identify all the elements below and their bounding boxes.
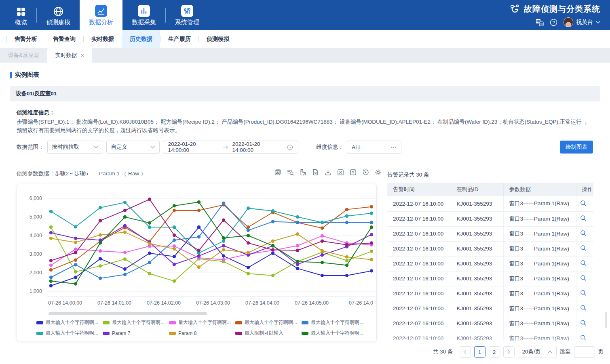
legend-item-3[interactable]: 最大输入十个字符啊啊... xyxy=(169,319,235,326)
svg-text:07-26 14:02:00: 07-26 14:02:00 xyxy=(147,300,181,306)
alarm-table: 告警时间在制品ID参数数据操作 2022-12-07 16:10:00KJ001… xyxy=(387,183,593,344)
subnav-item-1[interactable]: 告警分析 xyxy=(7,30,45,48)
header-right: 故障侦测与分类系统 中 En ? xyxy=(509,4,600,27)
search-icon[interactable] xyxy=(580,289,587,297)
search-icon[interactable] xyxy=(580,334,587,341)
nav-item-3[interactable]: 数据分析 xyxy=(80,0,122,30)
x-axis-icon[interactable] xyxy=(337,168,344,176)
restore-icon[interactable] xyxy=(362,168,369,176)
search-icon[interactable] xyxy=(580,229,587,237)
search-icon[interactable] xyxy=(580,200,587,207)
search-icon[interactable] xyxy=(580,244,587,252)
legend-item-4[interactable]: 最大输入十个字符啊啊... xyxy=(235,319,302,326)
alarm-table-scrollbar[interactable] xyxy=(605,312,607,328)
legend-item-6[interactable]: 最大输入十个字符啊啊... xyxy=(36,330,103,337)
table-cell: 窗口3——Param 1(Raw) xyxy=(503,256,576,271)
brand-row: 故障侦测与分类系统 xyxy=(509,4,600,15)
nav-item-5[interactable]: 系统管理 xyxy=(166,0,209,30)
legend-item-7[interactable]: Param 7 xyxy=(103,330,169,337)
table-cell: KJ001-355293 xyxy=(451,271,503,286)
subnav-item-3[interactable]: 实时数据 xyxy=(84,30,122,48)
y-axis-icon[interactable] xyxy=(349,168,357,176)
nav-item-4[interactable]: 数据采集 xyxy=(122,0,165,30)
svg-text:07-26 14:0: 07-26 14:0 xyxy=(349,300,373,306)
search-icon[interactable] xyxy=(580,304,587,311)
sliders-tile-icon xyxy=(181,4,193,17)
dim-select-label: 维度信息： xyxy=(317,143,344,151)
dimension-select[interactable]: ALL ••• xyxy=(347,141,401,154)
tab-2[interactable]: 实时数据× xyxy=(47,48,93,63)
legend-label: 最大输入十个字符啊啊... xyxy=(178,319,231,326)
table-cell: 2022-12-07 16:10:00 xyxy=(387,331,451,344)
table-cell: 2022-12-07 16:10:00 xyxy=(387,241,451,256)
subnav-item-5[interactable]: 生产履历 xyxy=(160,30,198,48)
svg-text:4,000: 4,000 xyxy=(30,233,42,238)
device-banner: 设备01/反应室01 xyxy=(10,86,600,101)
next-page-button[interactable] xyxy=(503,346,515,358)
legend-item-5[interactable]: 最大输入十个字符啊啊... xyxy=(302,319,368,326)
subnav-item-4[interactable]: 历史数据 xyxy=(122,30,160,48)
table-cell: KJ001-355293 xyxy=(451,226,503,241)
svg-text:07-26 14:05:00: 07-26 14:05:00 xyxy=(295,300,329,306)
file-clear-icon[interactable] xyxy=(312,168,319,176)
legend-item-8[interactable]: Param 8 xyxy=(169,330,235,337)
search-icon[interactable] xyxy=(580,274,587,282)
help-icon[interactable]: ? xyxy=(550,19,557,26)
search-icon[interactable] xyxy=(580,259,587,267)
prev-page-button[interactable] xyxy=(460,346,471,358)
tab-label: 实时数据 xyxy=(55,52,77,59)
view-config-icon[interactable] xyxy=(274,168,282,176)
subnav-item-6[interactable]: 侦测模拟 xyxy=(199,30,237,48)
header-utils: 中 En ? 祝英台 xyxy=(536,17,600,27)
section-title-bar xyxy=(10,72,12,78)
page-button-1[interactable]: 1 xyxy=(474,346,485,358)
alarm-records-title: 告警记录共 30 条 xyxy=(387,171,429,179)
nav-item-label: 概览 xyxy=(15,19,27,26)
page-size-select[interactable]: 20条/页 xyxy=(518,346,557,358)
search-icon[interactable] xyxy=(580,215,587,222)
search-list-icon[interactable] xyxy=(287,168,294,176)
legend-item-2[interactable]: 最大输入十个字符啊啊... xyxy=(103,319,169,326)
device-banner-text: 设备01/反应室01 xyxy=(16,90,57,97)
jump-page-input[interactable] xyxy=(574,346,595,358)
table-cell: KJ001-355293 xyxy=(451,301,503,316)
chart-horizontal-scrollbar[interactable] xyxy=(49,312,207,315)
legend-label: 最大输入十个字符啊啊... xyxy=(245,319,297,326)
pull-mode-select[interactable]: 按时间拉取 xyxy=(47,141,103,154)
translate-icon[interactable]: 中 En xyxy=(536,19,544,26)
tab-close-icon[interactable]: × xyxy=(81,52,84,58)
table-cell: 2022-12-07 16:10:00 xyxy=(387,286,451,301)
legend-item-10[interactable]: 最大输入十个字符啊啊... xyxy=(302,330,368,337)
legend-swatch xyxy=(169,332,176,335)
date-end-value: 2022-01-20 14:00:00 xyxy=(232,141,283,153)
nav-item-1[interactable]: 概览 xyxy=(6,0,36,30)
table-cell: 窗口3——Param 1(Raw) xyxy=(503,241,576,256)
fdc-app: 概览 侦测建模 数据分析 数据采集 系统管理 故障侦测与分类系统 xyxy=(0,0,610,364)
table-row: 2022-12-07 16:10:00KJ001-355293窗口3——Para… xyxy=(387,241,593,256)
top-navigation: 概览 侦测建模 数据分析 数据采集 系统管理 故障侦测与分类系统 xyxy=(0,0,610,30)
ellipsis-icon: ••• xyxy=(390,145,397,149)
user-menu[interactable]: 祝英台 xyxy=(564,17,600,27)
table-cell: KJ001-355293 xyxy=(451,211,503,226)
ruler-icon[interactable] xyxy=(299,168,307,176)
nav-item-2[interactable]: 侦测建模 xyxy=(37,0,80,30)
custom-mode-select[interactable]: 自定义 xyxy=(106,141,160,154)
draw-chart-button[interactable]: 绘制图表 xyxy=(560,141,593,154)
subnav-item-2[interactable]: 告警查询 xyxy=(45,30,83,48)
download-icon[interactable] xyxy=(324,168,332,176)
legend-label: 最大输入十个字符啊啊... xyxy=(46,319,98,326)
tab-1[interactable]: 设备&反应室 xyxy=(0,48,47,63)
primary-nav: 概览 侦测建模 数据分析 数据采集 系统管理 xyxy=(0,0,209,30)
settings-icon[interactable] xyxy=(374,168,382,176)
line-chart[interactable]: 6,0005,0004,0003,0002,0001,00007-26 14:0… xyxy=(17,184,376,309)
page-button-2[interactable]: 2 xyxy=(489,346,500,358)
row-action-cell xyxy=(576,196,593,211)
bar-chart-tile-icon xyxy=(138,4,150,17)
legend-swatch xyxy=(36,321,43,324)
legend-item-1[interactable]: 最大输入十个字符啊啊... xyxy=(36,319,103,326)
legend-item-9[interactable]: 最大限制可以输入 xyxy=(235,330,302,337)
search-icon[interactable] xyxy=(580,319,587,326)
globe-icon xyxy=(53,4,64,17)
page-size-value: 20条/页 xyxy=(522,348,541,356)
date-range-picker[interactable]: 2022-01-20 14:00:00 2022-01-20 14:00:00 xyxy=(163,141,298,154)
